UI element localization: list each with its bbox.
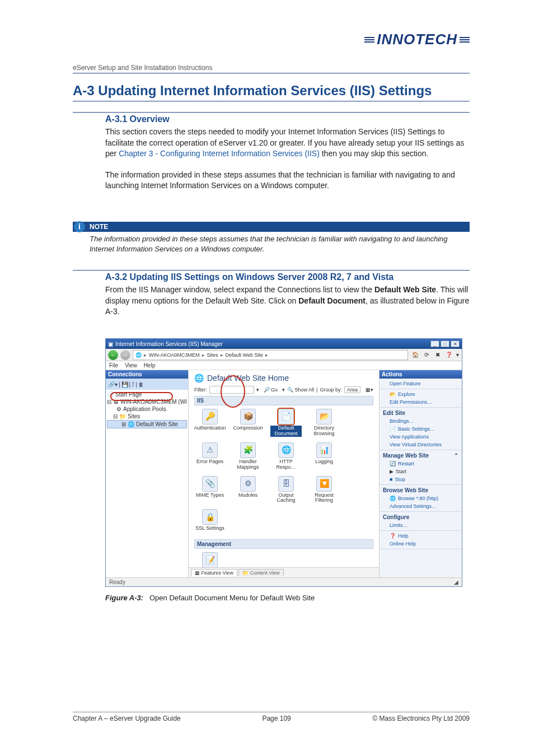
nav-forward-button[interactable]: → <box>120 350 130 360</box>
compression-icon: 📦 <box>240 409 256 424</box>
section-rule-update <box>73 270 470 271</box>
go-button[interactable]: 🔎 Go <box>261 387 280 393</box>
group-by-select[interactable]: Area <box>344 386 360 393</box>
figure-a3: ▣ Internet Information Services (IIS) Ma… <box>105 338 462 602</box>
action-edit-permissions[interactable]: Edit Permissions… <box>380 398 462 406</box>
footer-right: © Mass Electronics Pty Ltd 2009 <box>372 715 470 722</box>
action-view-apps[interactable]: View Applications <box>380 433 462 441</box>
stop-icon[interactable]: ✖ <box>433 351 443 360</box>
show-all-button[interactable]: 🔍 Show All <box>287 387 314 393</box>
connections-panel: Connections 🔗▾ | 💾 | ⤴ | 🗑 📄Start Page ⊟… <box>106 370 189 577</box>
action-basic-settings[interactable]: 📄Basic Settings… <box>380 425 462 433</box>
restart-icon: 🔄 <box>390 461 396 466</box>
action-view-vdirs[interactable]: View Virtual Directories <box>380 441 462 449</box>
tree-host[interactable]: ⊟🖥WIN-AKOA0MC3MEM (WIN-AKO <box>107 398 187 405</box>
action-explore[interactable]: 📂Explore <box>380 390 462 398</box>
breadcrumb[interactable]: 🌐 ▸ WIN-AKOA0MC3MEM ▸ Sites ▸ Default We… <box>133 350 408 360</box>
view-tabs: ▦ Features View 📁 Content View <box>189 567 379 577</box>
feature-http-response[interactable]: 🌐HTTP Respo… <box>270 442 302 470</box>
action-open-feature[interactable]: Open Feature <box>380 380 462 388</box>
feature-config-editor[interactable]: 📝Configuration Editor <box>194 552 226 567</box>
save-conn-icon[interactable]: 💾 <box>121 381 128 388</box>
tree-default-web-site[interactable]: ⊞🌐Default Web Site <box>107 420 187 428</box>
maximize-button[interactable]: □ <box>441 340 449 347</box>
filter-input[interactable] <box>209 386 254 394</box>
error-icon: ⚠ <box>202 442 218 458</box>
note-block: i NOTE The information provided in these… <box>73 222 470 254</box>
auth-icon: 🔑 <box>202 409 218 424</box>
tree-sites[interactable]: ⊟📁Sites <box>107 413 187 420</box>
action-group-edit-site: Edit Site <box>380 409 462 417</box>
action-limits[interactable]: Limits… <box>380 521 462 529</box>
feature-modules[interactable]: ⚙Modules <box>232 476 264 504</box>
tab-content-view[interactable]: 📁 Content View <box>238 569 284 576</box>
action-advanced-settings[interactable]: Advanced Settings… <box>380 502 462 510</box>
header-rule <box>73 73 470 74</box>
feature-default-document[interactable]: 📄Default Document <box>270 409 302 437</box>
connections-tree: 📄Start Page ⊟🖥WIN-AKOA0MC3MEM (WIN-AKO ⚙… <box>106 390 188 430</box>
collapse-icon[interactable]: ⌃ <box>454 452 458 459</box>
menu-help[interactable]: Help <box>144 362 156 368</box>
action-online-help[interactable]: Online Help <box>380 540 462 548</box>
connections-header: Connections <box>106 370 188 379</box>
actions-header: Actions <box>380 370 462 379</box>
action-help[interactable]: ❓Help <box>380 532 462 540</box>
feature-handler-mappings[interactable]: 🧩Handler Mappings <box>232 442 264 470</box>
refresh-icon[interactable]: ⟳ <box>421 351 432 360</box>
tree-app-pools[interactable]: ⚙Application Pools <box>107 405 187 413</box>
dir-icon: 📂 <box>316 409 332 424</box>
action-bindings[interactable]: Bindings… <box>380 417 462 425</box>
up-icon[interactable]: ⤴ <box>132 381 134 388</box>
help-icon[interactable]: ❓ <box>444 351 454 360</box>
update-heading: A-3.2 Updating IIS Settings on Windows S… <box>105 272 470 282</box>
default-doc-icon: 📄 <box>278 409 294 424</box>
window-titlebar[interactable]: ▣ Internet Information Services (IIS) Ma… <box>106 339 462 349</box>
action-stop[interactable]: ■Stop <box>380 475 462 483</box>
iis-icon-grid: 🔑Authentication 📦Compression 📄Default Do… <box>194 409 373 531</box>
action-start[interactable]: ▶Start <box>380 468 462 475</box>
action-group-configure: Configure <box>380 513 462 521</box>
feature-compression[interactable]: 📦Compression <box>232 409 264 437</box>
minimize-button[interactable]: _ <box>430 340 439 347</box>
connect-icon[interactable]: 🔗▾ <box>108 381 118 388</box>
resize-grip-icon[interactable]: ◢ <box>454 579 458 585</box>
footer-center: Page 109 <box>262 715 291 722</box>
feature-directory-browsing[interactable]: 📂Directory Browsing <box>308 409 340 437</box>
home-icon[interactable]: 🏠 <box>410 351 420 360</box>
content-title-site-icon: 🌐 <box>194 374 204 382</box>
action-restart[interactable]: 🔄Restart <box>380 460 462 468</box>
menu-view[interactable]: View <box>125 362 137 368</box>
nav-back-button[interactable]: ← <box>108 350 118 360</box>
start-icon: ▶ <box>390 469 394 474</box>
stop-icon: ■ <box>390 477 392 482</box>
tree-start-page[interactable]: 📄Start Page <box>107 391 187 398</box>
link-chapter3[interactable]: Chapter 3 - Configuring Internet Informa… <box>119 149 320 158</box>
menu-file[interactable]: File <box>109 362 118 368</box>
logging-icon: 📊 <box>316 442 332 458</box>
logo-bars-left <box>364 37 374 43</box>
section-rule-a3 <box>73 101 470 102</box>
tab-features-view[interactable]: ▦ Features View <box>191 569 237 576</box>
config-editor-icon: 📝 <box>202 552 218 567</box>
note-header: i NOTE <box>73 222 470 232</box>
footer-left: Chapter A – eServer Upgrade Guide <box>73 715 181 722</box>
start-page-icon: 📄 <box>107 391 114 398</box>
feature-logging[interactable]: 📊Logging <box>308 442 340 470</box>
action-browse-80[interactable]: 🌐Browse *:80 (http) <box>380 494 462 502</box>
feature-ssl-settings[interactable]: 🔒SSL Settings <box>194 509 226 531</box>
help-dropdown-icon[interactable]: ▾ <box>455 351 460 360</box>
remove-conn-icon[interactable]: 🗑 <box>138 381 144 388</box>
group-management: Management <box>194 539 373 549</box>
filter-row: Filter: ▾ 🔎 Go ▾ 🔍 Show All | Group by: … <box>194 386 373 394</box>
update-para: From the IIS Manager window, select expa… <box>105 284 470 318</box>
feature-error-pages[interactable]: ⚠Error Pages <box>194 442 226 470</box>
content-title: 🌐 Default Web Site Home <box>194 374 373 382</box>
window-title: Internet Information Services (IIS) Mana… <box>115 341 223 347</box>
actions-panel: Actions Open Feature 📂Explore Edit Permi… <box>379 370 462 577</box>
feature-request-filtering[interactable]: 🔽Request Filtering <box>308 476 340 504</box>
view-mode-icon[interactable]: ▦▾ <box>366 387 373 393</box>
feature-authentication[interactable]: 🔑Authentication <box>194 409 226 437</box>
close-button[interactable]: ✕ <box>451 340 460 347</box>
feature-mime-types[interactable]: 📎MIME Types <box>194 476 226 504</box>
feature-output-caching[interactable]: 🗄Output Caching <box>270 476 302 504</box>
